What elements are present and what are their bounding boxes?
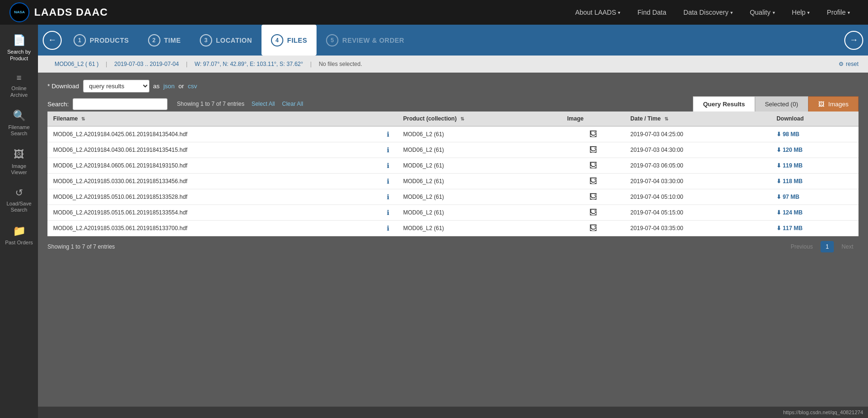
nasa-logo: NASA	[9, 2, 29, 22]
sort-product-icon[interactable]: ⇅	[460, 116, 464, 121]
image-thumbnail-icon-6[interactable]: ⛾	[589, 224, 597, 232]
main-content: ← 1 PRODUCTS 2 TIME 3 LOCATION 4 FILES	[38, 25, 868, 418]
download-arrow-icon-4: ⬇	[776, 194, 781, 200]
breadcrumb-time[interactable]: 2019-07-03 .. 2019-07-04	[107, 61, 186, 67]
previous-button[interactable]: Previous	[785, 241, 818, 252]
download-link-4[interactable]: ⬇97 MB	[776, 194, 799, 200]
table-row: MOD06_L2.A2019184.0430.061.2019184135415…	[47, 142, 859, 158]
sidebar-item-online-archive[interactable]: ≡ Online Archive	[1, 68, 37, 103]
step-products[interactable]: 1 PRODUCTS	[64, 25, 139, 56]
download-link-5[interactable]: ⬇124 MB	[776, 209, 803, 216]
sidebar-item-label: Filename Search	[4, 124, 34, 137]
col-filename: Filename ⇅	[47, 111, 379, 126]
step-files[interactable]: 4 FILES	[261, 25, 317, 56]
showing-info-header: Showing 1 to 7 of 7 entries	[177, 101, 244, 107]
info-icon-4[interactable]: ℹ	[387, 193, 389, 201]
cell-filename-2: MOD06_L2.A2019184.0605.061.2019184193150…	[47, 158, 379, 174]
sidebar-item-load-save-search[interactable]: ↺ Load/Save Search	[1, 182, 37, 218]
download-select[interactable]: query results selected files	[83, 80, 149, 93]
select-all-button[interactable]: Select All	[252, 101, 275, 107]
image-thumbnail-icon-4[interactable]: ⛾	[589, 193, 597, 201]
nav-about-laads[interactable]: About LAADS ▾	[567, 0, 629, 25]
sidebar-item-image-viewer[interactable]: 🖼 Image Viewer	[1, 144, 37, 181]
sort-datetime-icon[interactable]: ⇅	[664, 116, 668, 121]
steps-list: 1 PRODUCTS 2 TIME 3 LOCATION 4 FILES 5	[64, 25, 842, 56]
step-label-review: REVIEW & ORDER	[342, 37, 404, 44]
image-thumbnail-icon-0[interactable]: ⛾	[589, 130, 597, 138]
load-save-search-icon: ↺	[15, 187, 23, 198]
info-icon-0[interactable]: ℹ	[387, 130, 389, 138]
step-num-4: 4	[271, 34, 283, 46]
nav-data-discovery[interactable]: Data Discovery ▾	[675, 0, 741, 25]
download-arrow-icon-5: ⬇	[776, 209, 781, 216]
back-button[interactable]: ←	[43, 31, 62, 50]
image-thumbnail-icon-3[interactable]: ⛾	[589, 177, 597, 185]
nav-profile[interactable]: Profile ▾	[818, 0, 859, 25]
cell-datetime-5: 2019-07-04 05:15:00	[625, 205, 771, 221]
info-icon-1[interactable]: ℹ	[387, 146, 389, 154]
info-icon-2[interactable]: ℹ	[387, 162, 389, 169]
next-button[interactable]: Next	[836, 241, 859, 252]
table-row: MOD06_L2.A2019185.0515.061.2019185133554…	[47, 205, 859, 221]
past-orders-icon: 📁	[13, 225, 26, 237]
tab-query-results[interactable]: Query Results	[693, 96, 755, 111]
cell-filename-5: MOD06_L2.A2019185.0515.061.2019185133554…	[47, 205, 379, 221]
download-link-6[interactable]: ⬇117 MB	[776, 225, 803, 232]
search-label: Search:	[47, 101, 69, 108]
cell-product-5: MOD06_L2 (61)	[398, 205, 561, 221]
csv-link[interactable]: csv	[188, 83, 197, 90]
cell-datetime-6: 2019-07-04 03:35:00	[625, 221, 771, 236]
sort-filename-icon[interactable]: ⇅	[81, 116, 85, 121]
cell-download-5: ⬇124 MB	[771, 205, 859, 221]
search-and-tabs-row: Search: Showing 1 to 7 of 7 entries Sele…	[47, 96, 859, 111]
online-archive-icon: ≡	[17, 73, 22, 84]
tab-images[interactable]: 🖼 Images	[808, 96, 859, 111]
page-1-button[interactable]: 1	[821, 241, 834, 252]
image-thumbnail-icon-2[interactable]: ⛾	[589, 161, 597, 169]
breadcrumb-product[interactable]: MOD06_L2 ( 61 )	[47, 61, 106, 67]
cell-info-4: ℹ	[379, 189, 398, 205]
tab-selected[interactable]: Selected (0)	[755, 96, 808, 111]
breadcrumb-location[interactable]: W: 97.07°, N: 42.89°, E: 103.11°, S: 37.…	[187, 61, 310, 67]
step-label-location: LOCATION	[216, 37, 252, 44]
cell-filename-0: MOD06_L2.A2019184.0425.061.2019184135404…	[47, 126, 379, 142]
table-row: MOD06_L2.A2019184.0605.061.2019184193150…	[47, 158, 859, 174]
clear-all-button[interactable]: Clear All	[282, 101, 303, 107]
json-link[interactable]: json	[163, 83, 175, 90]
cell-download-4: ⬇97 MB	[771, 189, 859, 205]
image-thumbnail-icon-1[interactable]: ⛾	[589, 146, 597, 154]
tabs: Query Results Selected (0) 🖼 Images	[693, 96, 859, 111]
info-icon-6[interactable]: ℹ	[387, 224, 389, 232]
download-link-0[interactable]: ⬇98 MB	[776, 131, 799, 138]
info-icon-5[interactable]: ℹ	[387, 209, 389, 216]
cell-product-2: MOD06_L2 (61)	[398, 158, 561, 174]
cell-info-0: ℹ	[379, 126, 398, 142]
sidebar-item-filename-search[interactable]: 🔍 Filename Search	[1, 105, 37, 142]
cell-filename-6: MOD06_L2.A2019185.0335.061.2019185133700…	[47, 221, 379, 236]
step-review-order[interactable]: 5 REVIEW & ORDER	[317, 25, 414, 56]
search-by-product-icon: 📄	[13, 34, 26, 46]
search-row: Search:	[47, 98, 168, 110]
search-input[interactable]	[73, 98, 168, 110]
step-num-5: 5	[326, 34, 338, 46]
cell-download-1: ⬇120 MB	[771, 142, 859, 158]
sidebar-item-label: Online Archive	[4, 85, 34, 98]
nav-quality[interactable]: Quality ▾	[741, 0, 784, 25]
step-location[interactable]: 3 LOCATION	[190, 25, 261, 56]
download-link-2[interactable]: ⬇119 MB	[776, 162, 803, 169]
image-thumbnail-icon-5[interactable]: ⛾	[589, 208, 597, 216]
sidebar-item-search-by-product[interactable]: 📄 Search by Product	[1, 29, 37, 66]
info-icon-3[interactable]: ℹ	[387, 177, 389, 185]
download-link-1[interactable]: ⬇120 MB	[776, 147, 803, 153]
sidebar-item-label: Search by Product	[4, 49, 34, 61]
reset-link[interactable]: ⚙ reset	[839, 61, 859, 67]
table-row: MOD06_L2.A2019185.0510.061.2019185133528…	[47, 189, 859, 205]
sidebar: 📄 Search by Product ≡ Online Archive 🔍 F…	[0, 25, 38, 418]
col-download: Download	[771, 111, 859, 126]
step-time[interactable]: 2 TIME	[139, 25, 190, 56]
sidebar-item-past-orders[interactable]: 📁 Past Orders	[1, 220, 37, 251]
nav-help[interactable]: Help ▾	[784, 0, 819, 25]
nav-find-data[interactable]: Find Data	[629, 0, 675, 25]
forward-button[interactable]: →	[844, 31, 863, 50]
download-link-3[interactable]: ⬇118 MB	[776, 178, 803, 185]
